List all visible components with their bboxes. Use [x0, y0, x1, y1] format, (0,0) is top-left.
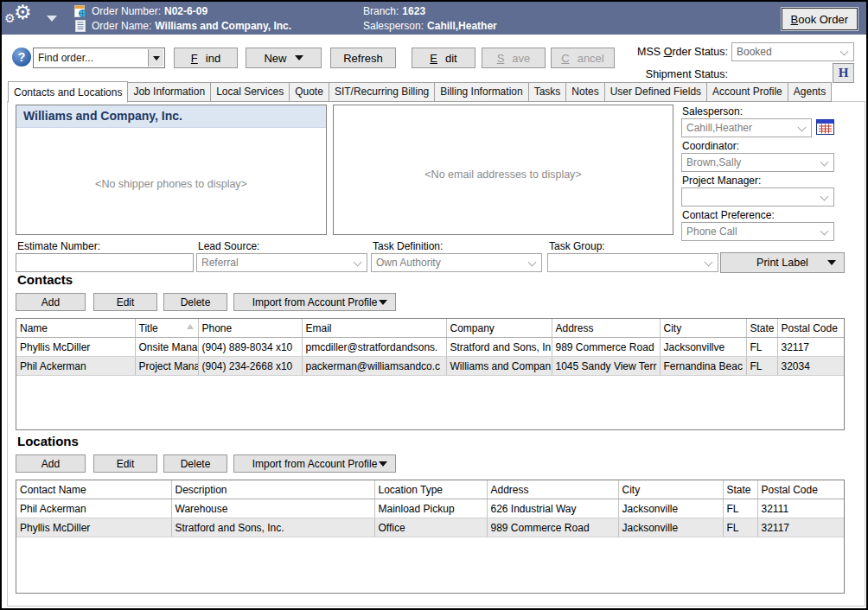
save-button[interactable]: Save	[482, 48, 546, 68]
cell-state: FL	[723, 499, 757, 518]
contacts-col-phone[interactable]: Phone	[198, 319, 302, 338]
lead-source-select[interactable]: Referral	[196, 253, 367, 272]
chevron-down-icon	[47, 16, 57, 22]
task-group-select[interactable]	[547, 253, 718, 272]
new-button[interactable]: New	[246, 48, 322, 68]
tab-agents[interactable]: Agents	[788, 82, 832, 102]
locations-edit-button[interactable]: Edit	[93, 454, 157, 473]
tab-local-services[interactable]: Local Services	[210, 82, 290, 102]
tab-job-information[interactable]: Job Information	[127, 82, 211, 102]
locations-col-address[interactable]: Address	[487, 480, 618, 499]
refresh-button[interactable]: Refresh	[330, 48, 396, 68]
order-number-label: Order Number:	[92, 5, 161, 17]
email-addresses-panel: <No email addresses to display>	[333, 105, 673, 235]
tab-account-profile[interactable]: Account Profile	[706, 82, 788, 102]
cell-state: FL	[723, 518, 757, 537]
cell-title: Project Mana	[135, 357, 198, 376]
cell-postal: 32117	[777, 338, 844, 357]
shipment-history-button[interactable]: H	[833, 63, 854, 83]
locations-delete-button[interactable]: Delete	[163, 454, 227, 473]
tab-strip: Contacts and Locations Job Information L…	[9, 81, 832, 102]
locations-col-city[interactable]: City	[618, 480, 723, 499]
cell-address: 626 Industrial Way	[487, 499, 618, 518]
book-order-button[interactable]: Book Order	[782, 8, 858, 30]
project-manager-select[interactable]	[681, 187, 834, 207]
contacts-col-state[interactable]: State	[746, 319, 777, 338]
triangle-down-icon	[379, 461, 387, 467]
contacts-col-title[interactable]: Title	[135, 319, 198, 338]
chevron-down-icon	[354, 258, 362, 267]
salesperson-select[interactable]: Cahill,Heather	[681, 118, 812, 137]
contacts-col-city[interactable]: City	[660, 319, 746, 338]
cell-phone: (904) 889-8034 x10	[198, 338, 302, 357]
contacts-import-button[interactable]: Import from Account Profile	[233, 293, 396, 311]
contacts-heading: Contacts	[17, 272, 73, 287]
locations-col-state[interactable]: State	[723, 480, 757, 499]
tab-tasks[interactable]: Tasks	[528, 82, 567, 102]
contacts-col-email[interactable]: Email	[302, 319, 446, 338]
cell-postal: 32034	[777, 357, 844, 376]
calendar-icon[interactable]	[816, 119, 834, 137]
locations-heading: Locations	[17, 434, 79, 448]
header-bar: ⚙ ⚙ Order Number:N02-6-09 Order Name:Wil…	[2, 2, 866, 35]
contacts-edit-button[interactable]: Edit	[93, 293, 157, 311]
tab-notes[interactable]: Notes	[565, 82, 604, 102]
cell-location-type: Mainload Pickup	[374, 499, 487, 518]
cell-description: Stratford and Sons, Inc.	[171, 518, 374, 537]
tab-contacts-and-locations[interactable]: Contacts and Locations	[8, 81, 128, 103]
find-button[interactable]: Find	[174, 48, 238, 68]
lead-source-label: Lead Source:	[198, 240, 259, 252]
shipper-phones-empty-text: <No shipper phones to display>	[16, 178, 326, 190]
locations-import-button[interactable]: Import from Account Profile	[233, 454, 396, 473]
tab-user-defined-fields[interactable]: User Defined Fields	[604, 82, 707, 102]
locations-col-location-type[interactable]: Location Type	[374, 480, 487, 499]
cell-state: FL	[746, 338, 777, 357]
contacts-col-address[interactable]: Address	[552, 319, 660, 338]
find-order-dropdown-button[interactable]	[148, 49, 163, 67]
contacts-col-company[interactable]: Company	[446, 319, 552, 338]
lead-source-value: Referral	[201, 257, 239, 269]
header-salesperson-label: Salesperson:	[363, 20, 424, 32]
contacts-row-2[interactable]: Phil Ackerman Project Mana (904) 234-266…	[16, 357, 844, 376]
mss-order-status-select[interactable]: Booked	[731, 42, 854, 61]
contacts-col-postal[interactable]: Postal Code	[777, 319, 844, 338]
estimate-number-label: Estimate Number:	[17, 240, 100, 252]
cell-phone: (904) 234-2668 x10	[198, 357, 302, 376]
contacts-row-1[interactable]: Phyllis McDiller Onsite Manag (904) 889-…	[16, 338, 844, 357]
chevron-down-icon	[820, 158, 829, 167]
salesperson-label: Salesperson:	[682, 105, 743, 118]
find-order-combobox[interactable]: Find order...	[33, 48, 165, 68]
task-definition-select[interactable]: Own Authority	[371, 253, 542, 272]
project-manager-label: Project Manager:	[682, 175, 761, 187]
print-label-button[interactable]: Print Label	[720, 252, 845, 273]
locations-row-2[interactable]: Phyllis McDiller Stratford and Sons, Inc…	[16, 518, 845, 537]
contact-preference-select[interactable]: Phone Call	[681, 222, 834, 241]
locations-col-contact-name[interactable]: Contact Name	[16, 480, 171, 499]
locations-import-button-label: Import from Account Profile	[252, 458, 378, 470]
locations-col-postal[interactable]: Postal Code	[757, 480, 845, 499]
order-number-icon	[74, 5, 86, 20]
tab-billing-information[interactable]: Billing Information	[434, 82, 528, 102]
tab-sit-recurring-billing[interactable]: SIT/Recurring Billing	[329, 82, 435, 102]
salesperson-value: Cahill,Heather	[686, 122, 752, 134]
cell-location-type: Office	[374, 518, 487, 537]
cancel-button[interactable]: Cancel	[551, 48, 615, 68]
coordinator-select[interactable]: Brown,Sally	[681, 153, 834, 172]
locations-col-description[interactable]: Description	[171, 480, 374, 499]
cell-city: Fernandina Beac	[660, 357, 746, 376]
locations-row-1[interactable]: Phil Ackerman Warehouse Mainload Pickup …	[16, 499, 845, 518]
cell-contact-name: Phil Ackerman	[16, 499, 171, 518]
print-label-button-label: Print Label	[756, 257, 808, 269]
app-menu-button[interactable]: ⚙ ⚙	[2, 2, 41, 35]
estimate-number-input[interactable]	[16, 253, 194, 272]
locations-add-button[interactable]: Add	[16, 454, 86, 473]
tab-quote[interactable]: Quote	[289, 82, 329, 102]
contacts-delete-button[interactable]: Delete	[163, 293, 227, 311]
edit-button[interactable]: Edit	[412, 48, 475, 68]
contacts-col-name[interactable]: Name	[16, 319, 135, 338]
header-salesperson-value: Cahill,Heather	[427, 20, 497, 32]
help-icon[interactable]: ?	[12, 48, 31, 67]
cell-address: 989 Commerce Road	[552, 338, 660, 357]
contacts-add-button[interactable]: Add	[16, 293, 86, 311]
cell-postal: 32117	[757, 518, 845, 537]
